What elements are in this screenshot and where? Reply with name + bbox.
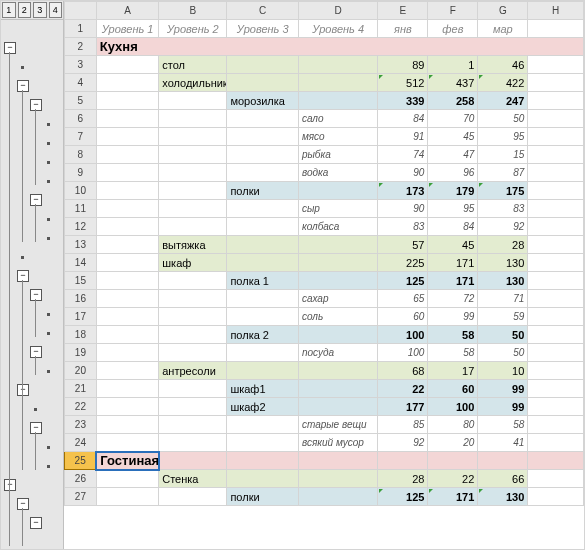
cell[interactable]: шкаф1 <box>227 380 299 398</box>
cell[interactable]: 95 <box>428 200 478 218</box>
cell[interactable] <box>227 470 299 488</box>
cell[interactable]: 57 <box>378 236 428 254</box>
cell[interactable]: полка 2 <box>227 326 299 344</box>
cell[interactable] <box>96 218 158 236</box>
cell[interactable] <box>528 218 584 236</box>
row-header[interactable]: 11 <box>65 200 97 218</box>
cell[interactable]: 177 <box>378 398 428 416</box>
cell[interactable] <box>159 92 227 110</box>
cell[interactable] <box>96 344 158 362</box>
cell[interactable]: 92 <box>378 434 428 452</box>
cell[interactable]: 99 <box>478 380 528 398</box>
spreadsheet-grid[interactable]: ABCDEFGH 1Уровень 1Уровень 2Уровень 3Уро… <box>64 1 584 549</box>
cell[interactable]: 90 <box>378 164 428 182</box>
row-header[interactable]: 7 <box>65 128 97 146</box>
row-header[interactable]: 18 <box>65 326 97 344</box>
cell[interactable] <box>159 326 227 344</box>
cell[interactable] <box>159 200 227 218</box>
cell[interactable]: мясо <box>298 128 377 146</box>
cell[interactable]: 175 <box>478 182 528 200</box>
cell[interactable] <box>528 380 584 398</box>
cell[interactable] <box>227 110 299 128</box>
cell[interactable] <box>528 236 584 254</box>
cell[interactable]: 437 <box>428 74 478 92</box>
cell[interactable] <box>159 344 227 362</box>
row-header[interactable]: 25 <box>65 452 97 470</box>
cell[interactable]: 125 <box>378 272 428 290</box>
cell[interactable]: 50 <box>478 326 528 344</box>
cell[interactable]: морозилка <box>227 92 299 110</box>
cell[interactable] <box>159 182 227 200</box>
cell[interactable]: 59 <box>478 308 528 326</box>
cell[interactable]: 91 <box>378 128 428 146</box>
cell[interactable]: соль <box>298 308 377 326</box>
cell[interactable] <box>96 56 158 74</box>
cell[interactable] <box>478 452 528 470</box>
cell[interactable] <box>227 362 299 380</box>
cell[interactable]: 47 <box>428 146 478 164</box>
cell[interactable]: 17 <box>428 362 478 380</box>
cell[interactable] <box>159 146 227 164</box>
cell[interactable]: Уровень 3 <box>227 20 299 38</box>
cell[interactable]: 50 <box>478 110 528 128</box>
cell[interactable]: 171 <box>428 272 478 290</box>
row-header[interactable]: 15 <box>65 272 97 290</box>
cell[interactable]: фев <box>428 20 478 38</box>
cell[interactable]: 83 <box>478 200 528 218</box>
outline-collapse-button[interactable]: − <box>4 479 16 491</box>
cell[interactable] <box>227 146 299 164</box>
row-header[interactable]: 20 <box>65 362 97 380</box>
row-header[interactable]: 27 <box>65 488 97 506</box>
cell[interactable] <box>96 380 158 398</box>
cell[interactable]: 87 <box>478 164 528 182</box>
cell[interactable]: полки <box>227 488 299 506</box>
cell[interactable] <box>159 308 227 326</box>
cell[interactable]: 83 <box>378 218 428 236</box>
cell[interactable] <box>227 128 299 146</box>
cell[interactable] <box>298 362 377 380</box>
outline-collapse-button[interactable]: − <box>30 289 42 301</box>
cell[interactable] <box>96 470 158 488</box>
cell[interactable]: сахар <box>298 290 377 308</box>
cell[interactable] <box>528 290 584 308</box>
cell[interactable] <box>298 452 377 470</box>
col-header-B[interactable]: B <box>159 2 227 20</box>
cell[interactable] <box>159 434 227 452</box>
cell[interactable] <box>528 344 584 362</box>
cell[interactable] <box>96 146 158 164</box>
cell[interactable]: 10 <box>478 362 528 380</box>
cell[interactable] <box>528 362 584 380</box>
cell[interactable] <box>298 470 377 488</box>
cell[interactable] <box>96 398 158 416</box>
cell[interactable] <box>96 110 158 128</box>
col-header-E[interactable]: E <box>378 2 428 20</box>
row-header[interactable]: 4 <box>65 74 97 92</box>
cell[interactable] <box>227 254 299 272</box>
cell[interactable] <box>528 200 584 218</box>
outline-level-1[interactable]: 1 <box>2 2 16 18</box>
outline-collapse-button[interactable]: − <box>4 42 16 54</box>
cell[interactable]: 130 <box>478 254 528 272</box>
outline-collapse-button[interactable]: − <box>30 517 42 529</box>
cell[interactable]: всякий мусор <box>298 434 377 452</box>
cell[interactable]: Уровень 2 <box>159 20 227 38</box>
cell[interactable] <box>298 56 377 74</box>
cell[interactable]: рыбка <box>298 146 377 164</box>
cell[interactable]: полка 1 <box>227 272 299 290</box>
cell[interactable]: 225 <box>378 254 428 272</box>
cell[interactable]: 72 <box>428 290 478 308</box>
cell[interactable]: шкаф2 <box>227 398 299 416</box>
cell[interactable]: посуда <box>298 344 377 362</box>
cell[interactable]: 100 <box>428 398 478 416</box>
cell[interactable] <box>298 254 377 272</box>
cell[interactable] <box>528 434 584 452</box>
cell[interactable]: 22 <box>428 470 478 488</box>
cell[interactable]: 90 <box>378 200 428 218</box>
cell[interactable] <box>96 164 158 182</box>
cell[interactable] <box>528 146 584 164</box>
cell[interactable] <box>96 308 158 326</box>
cell[interactable] <box>96 488 158 506</box>
cell[interactable]: колбаса <box>298 218 377 236</box>
cell[interactable]: 512 <box>378 74 428 92</box>
cell[interactable]: Уровень 1 <box>96 20 158 38</box>
